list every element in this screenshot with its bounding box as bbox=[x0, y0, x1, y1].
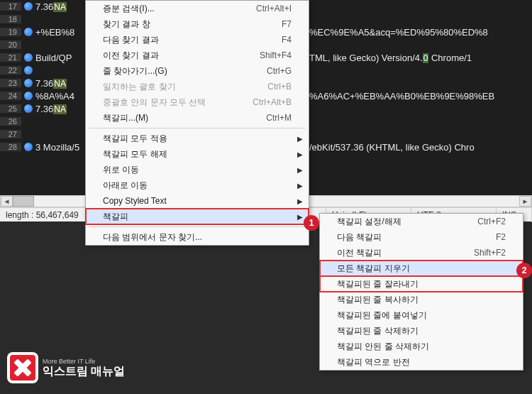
menu-item-shortcut: Ctrl+Alt+I bbox=[256, 4, 292, 13]
menu-item-label: 위로 이동 bbox=[103, 164, 292, 176]
line-number: 21 bbox=[0, 53, 21, 62]
bookmark-icon[interactable] bbox=[24, 79, 33, 87]
bookmark-submenu-item-9[interactable]: 책갈피 역으로 반전 bbox=[320, 354, 523, 370]
code-text-left: Build/QP bbox=[35, 53, 72, 63]
menu-item-shortcut: Ctrl+G bbox=[267, 66, 292, 76]
bookmark-icon[interactable] bbox=[24, 66, 33, 75]
menu-item-label: 중괄호 안의 문자 모두 선택 bbox=[103, 97, 224, 109]
search-menu-item-7[interactable]: 책갈피...(M)Ctrl+M bbox=[86, 110, 309, 126]
bookmark-icon[interactable] bbox=[24, 28, 33, 36]
search-menu-item-0[interactable]: 증분 검색(I)...Ctrl+Alt+I bbox=[86, 1, 309, 16]
bookmark-submenu-item-3[interactable]: 모든 책갈피 지우기 bbox=[320, 261, 523, 276]
scroll-right-button[interactable]: ► bbox=[519, 196, 531, 207]
line-number: 22 bbox=[0, 66, 21, 75]
search-menu-item-11[interactable]: 위로 이동▶ bbox=[86, 162, 309, 177]
menu-item-label: 일치하는 괄호 찾기 bbox=[103, 81, 239, 93]
code-text-right: %A6%AC+%EB%AA%B0%EB%9E%98%EB bbox=[309, 91, 494, 102]
menu-separator bbox=[89, 226, 306, 227]
bookmark-submenu-item-4[interactable]: 책갈피된 줄 잘라내기 bbox=[320, 276, 523, 292]
menu-item-label: 다음 책갈피 bbox=[337, 231, 467, 243]
menu-item-label: 책갈피된 줄에 붙여넣기 bbox=[337, 310, 506, 322]
menu-item-shortcut: Ctrl+F2 bbox=[477, 217, 506, 226]
line-number: 18 bbox=[0, 15, 21, 23]
code-text-right: /ebKit/537.36 (KHTML, like Gecko) Chro bbox=[309, 142, 475, 153]
bookmark-submenu-item-1[interactable]: 다음 책갈피F2 bbox=[320, 229, 523, 245]
line-number: 25 bbox=[0, 104, 21, 113]
menu-item-label: 찾기 결과 창 bbox=[103, 18, 253, 31]
search-menu-item-13[interactable]: Copy Styled Text▶ bbox=[86, 193, 309, 209]
search-menu-item-16[interactable]: 다음 범위에서 문자 찾기... bbox=[86, 229, 309, 245]
submenu-arrow-icon: ▶ bbox=[297, 213, 303, 221]
submenu-arrow-icon: ▶ bbox=[297, 135, 303, 143]
bookmark-submenu-item-2[interactable]: 이전 책갈피Shift+F2 bbox=[320, 245, 523, 261]
scroll-left-button[interactable]: ◄ bbox=[1, 196, 13, 207]
bookmark-submenu-item-0[interactable]: 책갈피 설정/해제Ctrl+F2 bbox=[320, 214, 523, 229]
logo-title: 익스트림 매뉴얼 bbox=[43, 365, 125, 378]
search-menu-item-9[interactable]: 책갈피 모두 적용▶ bbox=[86, 131, 309, 146]
bookmark-submenu-item-6[interactable]: 책갈피된 줄에 붙여넣기 bbox=[320, 307, 523, 323]
bookmark-icon[interactable] bbox=[24, 143, 33, 151]
menu-item-shortcut: Shift+F2 bbox=[474, 248, 506, 258]
bookmark-submenu-item-7[interactable]: 책갈피된 줄 삭제하기 bbox=[320, 323, 523, 339]
menu-item-label: 책갈피 모두 해제 bbox=[103, 148, 292, 160]
bookmark-submenu[interactable]: 책갈피 설정/해제Ctrl+F2다음 책갈피F2이전 책갈피Shift+F2모든… bbox=[319, 213, 523, 371]
code-text-left: +%EB%8 bbox=[35, 27, 74, 38]
menu-item-label: 책갈피 역으로 반전 bbox=[337, 356, 506, 368]
search-menu-item-4[interactable]: 줄 찾아가기...(G)Ctrl+G bbox=[86, 63, 309, 79]
menu-item-shortcut: Ctrl+B bbox=[267, 82, 292, 92]
bookmark-icon[interactable] bbox=[24, 2, 33, 11]
annotation-badge-2: 2 bbox=[516, 263, 532, 278]
menu-item-label: 책갈피 설정/해제 bbox=[337, 216, 449, 228]
line-number: 17 bbox=[0, 2, 21, 11]
bookmark-icon[interactable] bbox=[24, 53, 33, 62]
search-menu-item-14[interactable]: 책갈피▶ bbox=[86, 209, 309, 224]
bookmark-submenu-item-8[interactable]: 책갈피 안된 줄 삭제하기 bbox=[320, 339, 523, 354]
bookmark-icon[interactable] bbox=[24, 104, 33, 113]
line-number: 23 bbox=[0, 79, 21, 87]
menu-item-label: Copy Styled Text bbox=[103, 196, 292, 206]
submenu-arrow-icon: ▶ bbox=[297, 166, 303, 174]
menu-item-label: 아래로 이동 bbox=[103, 180, 292, 192]
search-menu-item-12[interactable]: 아래로 이동▶ bbox=[86, 177, 309, 193]
search-menu[interactable]: 증분 검색(I)...Ctrl+Alt+I찾기 결과 창F7다음 찾기 결과F4… bbox=[85, 0, 309, 246]
code-text-left: 7.36NA bbox=[35, 78, 67, 89]
menu-item-label: 다음 찾기 결과 bbox=[103, 34, 253, 46]
menu-item-label: 줄 찾아가기...(G) bbox=[103, 65, 238, 77]
search-menu-item-3[interactable]: 이전 찾기 결과Shift+F4 bbox=[86, 48, 309, 63]
line-number: 24 bbox=[0, 92, 21, 100]
menu-separator bbox=[89, 128, 306, 128]
menu-item-label: 책갈피된 줄 삭제하기 bbox=[337, 325, 506, 337]
code-text-right: TML, like Gecko) Version/4.0 Chrome/1 bbox=[309, 53, 472, 63]
code-text-left: 3 Mozilla/5 bbox=[35, 142, 79, 153]
code-text-left: %8A%A4 bbox=[35, 91, 74, 102]
search-menu-item-6: 중괄호 안의 문자 모두 선택Ctrl+Alt+B bbox=[86, 94, 309, 110]
line-number: 19 bbox=[0, 28, 21, 36]
menu-item-label: 책갈피 모두 적용 bbox=[103, 133, 292, 145]
submenu-arrow-icon: ▶ bbox=[297, 197, 303, 205]
watermark-logo: More Better IT Life 익스트림 매뉴얼 bbox=[7, 352, 125, 383]
menu-item-shortcut: F4 bbox=[282, 35, 292, 45]
code-text-right: %EC%9E%A5&acq=%ED%95%80%ED%8 bbox=[309, 27, 488, 38]
bookmark-icon[interactable] bbox=[24, 92, 33, 100]
search-menu-item-10[interactable]: 책갈피 모두 해제▶ bbox=[86, 146, 309, 162]
logo-icon bbox=[7, 352, 38, 383]
menu-item-shortcut: Ctrl+Alt+B bbox=[253, 97, 292, 107]
line-number: 27 bbox=[0, 130, 21, 138]
menu-item-label: 이전 책갈피 bbox=[337, 247, 445, 259]
menu-item-label: 이전 찾기 결과 bbox=[103, 50, 231, 62]
menu-item-label: 다음 범위에서 문자 찾기... bbox=[103, 231, 292, 243]
search-menu-item-2[interactable]: 다음 찾기 결과F4 bbox=[86, 32, 309, 48]
annotation-badge-1: 1 bbox=[304, 215, 319, 231]
submenu-arrow-icon: ▶ bbox=[297, 182, 303, 190]
menu-item-label: 모든 책갈피 지우기 bbox=[337, 263, 506, 275]
scroll-thumb[interactable] bbox=[13, 196, 34, 207]
bookmark-submenu-item-5[interactable]: 책갈피된 줄 복사하기 bbox=[320, 292, 523, 307]
submenu-arrow-icon: ▶ bbox=[297, 151, 303, 158]
search-menu-item-1[interactable]: 찾기 결과 창F7 bbox=[86, 16, 309, 32]
menu-item-shortcut: F2 bbox=[496, 232, 506, 242]
menu-item-label: 책갈피된 줄 잘라내기 bbox=[337, 278, 506, 290]
code-text-left: 7.36NA bbox=[35, 1, 67, 12]
line-number: 20 bbox=[0, 40, 21, 49]
search-menu-item-5: 일치하는 괄호 찾기Ctrl+B bbox=[86, 79, 309, 94]
line-number: 28 bbox=[0, 143, 21, 151]
